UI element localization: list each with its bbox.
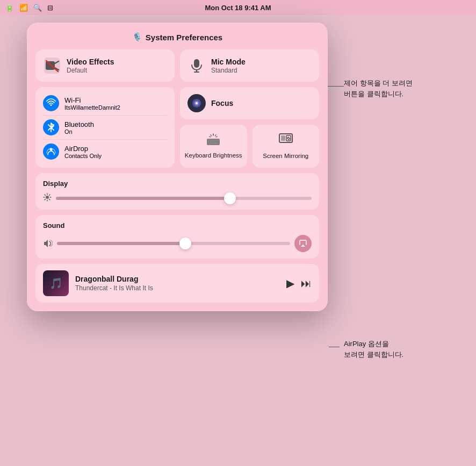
svg-rect-5: [194, 59, 199, 68]
video-effects-text: Video Effects Default: [67, 58, 114, 74]
bluetooth-subtitle: On: [64, 128, 94, 135]
video-effects-subtitle: Default: [67, 67, 114, 74]
focus-text: Focus: [211, 99, 233, 107]
wifi-title: Wi-Fi: [64, 96, 120, 104]
svg-line-20: [216, 137, 218, 137]
keyboard-brightness-icon: [206, 133, 221, 148]
mic-mode-text: Mic Mode Standard: [211, 58, 246, 74]
focus-title: Focus: [211, 99, 233, 107]
control-center-panel: 🎙️ System Preferences Video Effects Defa…: [27, 23, 328, 311]
display-slider[interactable]: [56, 197, 312, 200]
airdrop-item[interactable]: AirDrop Contacts Only: [43, 139, 167, 163]
menubar-left-icons: 🔋 📶 🔍 ⊟: [5, 4, 53, 12]
battery-icon[interactable]: 🔋: [5, 4, 14, 12]
annotation-top-line: [328, 86, 344, 87]
right-column: Focus: [180, 87, 319, 168]
keyboard-brightness-card[interactable]: Keyboard Brightness: [180, 125, 247, 168]
mic-mode-title: Mic Mode: [211, 58, 246, 66]
airplay-button[interactable]: [294, 235, 312, 252]
svg-point-9: [196, 102, 198, 104]
display-menu-icon[interactable]: ⊟: [47, 4, 53, 12]
svg-line-32: [49, 195, 50, 195]
bluetooth-title: Bluetooth: [64, 120, 94, 128]
display-section: Display: [35, 173, 319, 210]
playback-controls: ▶ ⏭: [286, 277, 312, 290]
video-effects-icon: [43, 56, 61, 75]
bluetooth-text: Bluetooth On: [64, 120, 94, 135]
wifi-text: Wi-Fi ItsWillametteDamnit2: [64, 96, 120, 111]
svg-line-18: [215, 134, 217, 136]
svg-line-30: [45, 195, 45, 195]
annotation-bottom: AirPlay 옵션을 보려면 클릭합니다.: [344, 339, 403, 360]
svg-rect-11: [208, 140, 210, 141]
row-connectivity: Wi-Fi ItsWillametteDamnit2 Bluetooth On: [35, 87, 319, 168]
menubar-time: Mon Oct 18 9:41 AM: [205, 4, 271, 12]
bluetooth-icon: [43, 119, 59, 135]
annotation-top-line1: 제어 항목을 더 보려면: [344, 78, 413, 89]
brightness-low-icon: [43, 193, 52, 203]
album-art: 🎵: [43, 270, 69, 296]
annotation-bottom-line: [329, 347, 340, 347]
now-playing-section: 🎵 Dragonball Durag Thundercat - It Is Wh…: [35, 264, 319, 303]
svg-rect-12: [211, 140, 212, 141]
row-video-mic: Video Effects Default Mic Mode Standard: [35, 49, 319, 82]
svg-rect-16: [209, 142, 218, 144]
screen-mirroring-label: Screen Mirroring: [263, 152, 308, 160]
wifi-item[interactable]: Wi-Fi ItsWillametteDamnit2: [43, 91, 167, 115]
wifi-menu-icon[interactable]: 📶: [19, 4, 28, 12]
airdrop-icon: [43, 144, 59, 160]
svg-rect-13: [213, 140, 214, 141]
track-info: Dragonball Durag Thundercat - It Is What…: [75, 275, 280, 292]
annotation-top: 제어 항목을 더 보려면 버튼을 클릭합니다.: [344, 78, 413, 99]
svg-line-33: [45, 199, 45, 200]
bluetooth-item[interactable]: Bluetooth On: [43, 115, 167, 139]
sound-slider[interactable]: [57, 242, 290, 245]
sound-slider-row: [43, 235, 312, 252]
search-menu-icon[interactable]: 🔍: [33, 4, 42, 12]
svg-point-25: [46, 196, 49, 199]
volume-icon: [43, 239, 53, 249]
svg-rect-23: [281, 135, 285, 141]
mic-mode-card[interactable]: Mic Mode Standard: [180, 49, 319, 82]
annotation-bottom-line2: 보려면 클릭합니다.: [344, 349, 403, 360]
panel-title-icon: 🎙️: [132, 32, 142, 42]
airdrop-subtitle: Contacts Only: [64, 153, 102, 159]
video-effects-title: Video Effects: [67, 58, 114, 66]
sound-label: Sound: [43, 221, 312, 230]
panel-title-row: 🎙️ System Preferences: [35, 32, 319, 42]
display-slider-row: [43, 193, 312, 203]
wifi-subtitle: ItsWillametteDamnit2: [64, 104, 120, 111]
svg-line-19: [211, 134, 212, 136]
svg-rect-1: [46, 61, 55, 70]
svg-line-21: [210, 137, 211, 137]
airdrop-text: AirDrop Contacts Only: [64, 145, 102, 159]
mic-mode-subtitle: Standard: [211, 67, 246, 74]
mic-mode-icon: [187, 56, 206, 75]
svg-rect-10: [207, 139, 220, 145]
screen-mirroring-icon: [278, 133, 293, 149]
video-effects-card[interactable]: Video Effects Default: [35, 49, 175, 82]
focus-icon: [187, 94, 206, 112]
svg-rect-15: [218, 140, 219, 141]
svg-line-31: [49, 199, 50, 200]
play-button[interactable]: ▶: [286, 277, 294, 290]
sound-section: Sound: [35, 215, 319, 259]
svg-rect-14: [215, 140, 217, 141]
display-label: Display: [43, 180, 312, 188]
annotation-bottom-line1: AirPlay 옵션을: [344, 339, 403, 349]
screen-mirroring-card[interactable]: Screen Mirroring: [253, 125, 320, 168]
airdrop-title: AirDrop: [64, 145, 102, 153]
keyboard-brightness-label: Keyboard Brightness: [185, 152, 242, 160]
focus-card[interactable]: Focus: [180, 87, 319, 119]
track-artist: Thundercat - It Is What It Is: [75, 284, 280, 292]
track-title: Dragonball Durag: [75, 275, 280, 283]
skip-button[interactable]: ⏭: [301, 277, 312, 290]
menubar: 🔋 📶 🔍 ⊟ Mon Oct 18 9:41 AM: [0, 0, 476, 15]
annotation-top-line2: 버튼을 클릭합니다.: [344, 89, 413, 99]
panel-title-text: System Preferences: [146, 33, 222, 42]
mini-cards-row: Keyboard Brightness Screen Mirrori: [180, 125, 319, 168]
wifi-icon: [43, 95, 59, 111]
connectivity-card: Wi-Fi ItsWillametteDamnit2 Bluetooth On: [35, 87, 175, 168]
